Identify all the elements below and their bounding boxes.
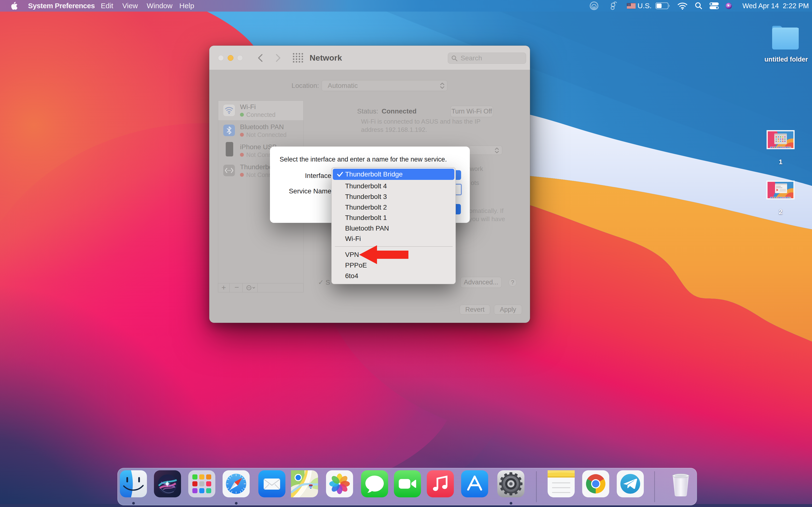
svg-text:280: 280 xyxy=(309,486,312,489)
